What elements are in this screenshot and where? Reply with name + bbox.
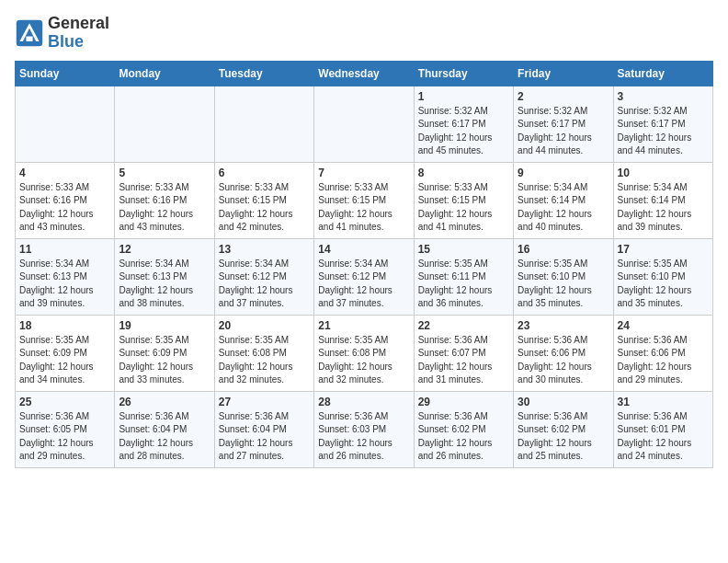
calendar-table: SundayMondayTuesdayWednesdayThursdayFrid… <box>15 61 713 468</box>
calendar-cell: 9Sunrise: 5:34 AM Sunset: 6:14 PM Daylig… <box>514 162 613 238</box>
calendar-cell: 19Sunrise: 5:35 AM Sunset: 6:09 PM Dayli… <box>115 315 214 391</box>
calendar-header: SundayMondayTuesdayWednesdayThursdayFrid… <box>16 61 713 86</box>
day-number: 30 <box>518 396 609 408</box>
calendar-cell: 13Sunrise: 5:34 AM Sunset: 6:12 PM Dayli… <box>214 238 313 315</box>
calendar-cell: 22Sunrise: 5:36 AM Sunset: 6:07 PM Dayli… <box>414 315 513 391</box>
day-number: 26 <box>119 396 210 408</box>
day-info: Sunrise: 5:35 AM Sunset: 6:09 PM Dayligh… <box>119 334 210 387</box>
calendar-cell <box>16 86 115 162</box>
calendar-cell: 5Sunrise: 5:33 AM Sunset: 6:16 PM Daylig… <box>115 162 214 238</box>
calendar-cell: 23Sunrise: 5:36 AM Sunset: 6:06 PM Dayli… <box>514 315 613 391</box>
day-info: Sunrise: 5:33 AM Sunset: 6:15 PM Dayligh… <box>318 181 409 235</box>
calendar-body: 1Sunrise: 5:32 AM Sunset: 6:17 PM Daylig… <box>16 86 713 467</box>
day-number: 14 <box>318 243 409 256</box>
day-number: 2 <box>518 90 609 103</box>
calendar-cell: 31Sunrise: 5:36 AM Sunset: 6:01 PM Dayli… <box>613 391 712 467</box>
day-number: 27 <box>219 396 310 408</box>
calendar-cell: 12Sunrise: 5:34 AM Sunset: 6:13 PM Dayli… <box>115 238 214 315</box>
day-info: Sunrise: 5:36 AM Sunset: 6:05 PM Dayligh… <box>19 410 110 464</box>
calendar-cell <box>214 86 313 162</box>
day-info: Sunrise: 5:35 AM Sunset: 6:08 PM Dayligh… <box>318 334 409 387</box>
day-number: 9 <box>518 167 609 179</box>
day-number: 10 <box>618 167 709 179</box>
day-number: 8 <box>418 167 509 179</box>
calendar-week-1: 1Sunrise: 5:32 AM Sunset: 6:17 PM Daylig… <box>16 86 713 162</box>
day-number: 17 <box>618 243 709 256</box>
calendar-cell: 21Sunrise: 5:35 AM Sunset: 6:08 PM Dayli… <box>314 315 414 391</box>
day-number: 4 <box>19 167 110 179</box>
day-number: 5 <box>119 167 210 179</box>
day-number: 7 <box>318 167 409 179</box>
day-info: Sunrise: 5:36 AM Sunset: 6:07 PM Dayligh… <box>418 334 509 387</box>
page-header: General Blue <box>15 15 713 52</box>
calendar-cell: 24Sunrise: 5:36 AM Sunset: 6:06 PM Dayli… <box>613 315 712 391</box>
day-number: 31 <box>618 396 709 408</box>
day-info: Sunrise: 5:35 AM Sunset: 6:08 PM Dayligh… <box>219 334 310 387</box>
calendar-cell: 4Sunrise: 5:33 AM Sunset: 6:16 PM Daylig… <box>16 162 115 238</box>
day-info: Sunrise: 5:32 AM Sunset: 6:17 PM Dayligh… <box>518 105 609 158</box>
calendar-cell: 30Sunrise: 5:36 AM Sunset: 6:02 PM Dayli… <box>514 391 613 467</box>
weekday-header-sunday: Sunday <box>16 61 115 86</box>
calendar-cell: 18Sunrise: 5:35 AM Sunset: 6:09 PM Dayli… <box>16 315 115 391</box>
day-info: Sunrise: 5:36 AM Sunset: 6:01 PM Dayligh… <box>618 410 709 464</box>
day-number: 23 <box>518 319 609 332</box>
weekday-header-monday: Monday <box>115 61 214 86</box>
day-number: 25 <box>19 396 110 408</box>
calendar-cell: 25Sunrise: 5:36 AM Sunset: 6:05 PM Dayli… <box>16 391 115 467</box>
logo: General Blue <box>15 15 109 52</box>
day-info: Sunrise: 5:35 AM Sunset: 6:10 PM Dayligh… <box>618 258 709 311</box>
weekday-header-saturday: Saturday <box>613 61 712 86</box>
calendar-cell: 1Sunrise: 5:32 AM Sunset: 6:17 PM Daylig… <box>414 86 513 162</box>
calendar-cell <box>115 86 214 162</box>
day-info: Sunrise: 5:34 AM Sunset: 6:14 PM Dayligh… <box>518 181 609 235</box>
calendar-cell: 28Sunrise: 5:36 AM Sunset: 6:03 PM Dayli… <box>314 391 414 467</box>
day-info: Sunrise: 5:33 AM Sunset: 6:16 PM Dayligh… <box>19 181 110 235</box>
day-info: Sunrise: 5:36 AM Sunset: 6:04 PM Dayligh… <box>119 410 210 464</box>
day-info: Sunrise: 5:33 AM Sunset: 6:15 PM Dayligh… <box>219 181 310 235</box>
calendar-cell <box>314 86 414 162</box>
day-number: 22 <box>418 319 509 332</box>
calendar-cell: 6Sunrise: 5:33 AM Sunset: 6:15 PM Daylig… <box>214 162 313 238</box>
svg-rect-3 <box>26 36 32 40</box>
calendar-cell: 14Sunrise: 5:34 AM Sunset: 6:12 PM Dayli… <box>314 238 414 315</box>
day-info: Sunrise: 5:32 AM Sunset: 6:17 PM Dayligh… <box>618 105 709 158</box>
day-info: Sunrise: 5:34 AM Sunset: 6:12 PM Dayligh… <box>318 258 409 311</box>
calendar-cell: 15Sunrise: 5:35 AM Sunset: 6:11 PM Dayli… <box>414 238 513 315</box>
day-info: Sunrise: 5:36 AM Sunset: 6:06 PM Dayligh… <box>618 334 709 387</box>
day-number: 1 <box>418 90 509 103</box>
calendar-cell: 11Sunrise: 5:34 AM Sunset: 6:13 PM Dayli… <box>16 238 115 315</box>
day-number: 28 <box>318 396 409 408</box>
calendar-cell: 26Sunrise: 5:36 AM Sunset: 6:04 PM Dayli… <box>115 391 214 467</box>
day-number: 15 <box>418 243 509 256</box>
calendar-cell: 8Sunrise: 5:33 AM Sunset: 6:15 PM Daylig… <box>414 162 513 238</box>
weekday-header-thursday: Thursday <box>414 61 513 86</box>
calendar-cell: 17Sunrise: 5:35 AM Sunset: 6:10 PM Dayli… <box>613 238 712 315</box>
day-number: 13 <box>219 243 310 256</box>
calendar-week-5: 25Sunrise: 5:36 AM Sunset: 6:05 PM Dayli… <box>16 391 713 467</box>
calendar-cell: 16Sunrise: 5:35 AM Sunset: 6:10 PM Dayli… <box>514 238 613 315</box>
day-info: Sunrise: 5:35 AM Sunset: 6:11 PM Dayligh… <box>418 258 509 311</box>
day-number: 19 <box>119 319 210 332</box>
day-number: 6 <box>219 167 310 179</box>
weekday-header-friday: Friday <box>514 61 613 86</box>
calendar-cell: 27Sunrise: 5:36 AM Sunset: 6:04 PM Dayli… <box>214 391 313 467</box>
calendar-cell: 3Sunrise: 5:32 AM Sunset: 6:17 PM Daylig… <box>613 86 712 162</box>
day-info: Sunrise: 5:32 AM Sunset: 6:17 PM Dayligh… <box>418 105 509 158</box>
weekday-header-wednesday: Wednesday <box>314 61 414 86</box>
logo-icon <box>15 18 44 48</box>
day-info: Sunrise: 5:33 AM Sunset: 6:15 PM Dayligh… <box>418 181 509 235</box>
weekday-header-tuesday: Tuesday <box>214 61 313 86</box>
day-number: 24 <box>618 319 709 332</box>
day-number: 12 <box>119 243 210 256</box>
day-number: 18 <box>19 319 110 332</box>
logo-text: General Blue <box>48 15 109 52</box>
day-info: Sunrise: 5:36 AM Sunset: 6:02 PM Dayligh… <box>518 410 609 464</box>
calendar-week-3: 11Sunrise: 5:34 AM Sunset: 6:13 PM Dayli… <box>16 238 713 315</box>
calendar-cell: 7Sunrise: 5:33 AM Sunset: 6:15 PM Daylig… <box>314 162 414 238</box>
day-info: Sunrise: 5:34 AM Sunset: 6:14 PM Dayligh… <box>618 181 709 235</box>
day-number: 29 <box>418 396 509 408</box>
day-number: 21 <box>318 319 409 332</box>
day-info: Sunrise: 5:35 AM Sunset: 6:09 PM Dayligh… <box>19 334 110 387</box>
day-info: Sunrise: 5:36 AM Sunset: 6:03 PM Dayligh… <box>318 410 409 464</box>
day-info: Sunrise: 5:34 AM Sunset: 6:13 PM Dayligh… <box>19 258 110 311</box>
